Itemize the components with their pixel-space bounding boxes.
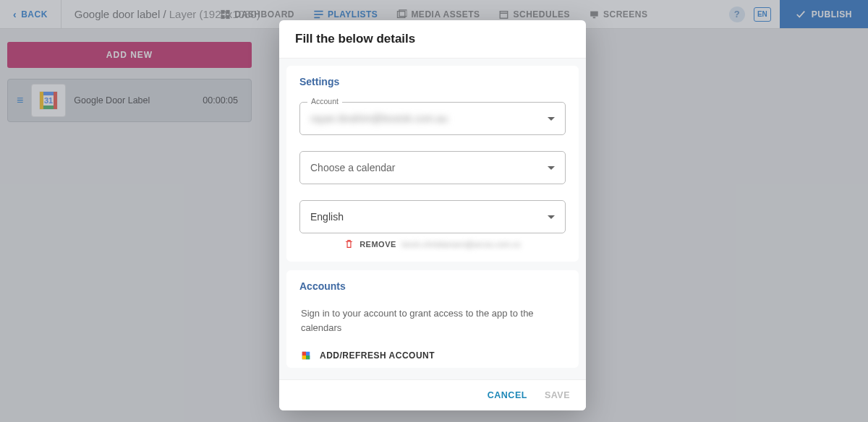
cancel-button[interactable]: CANCEL (488, 390, 527, 400)
language-select[interactable]: English (299, 200, 566, 233)
svg-rect-20 (302, 352, 306, 356)
account-field-label: Account (307, 97, 342, 106)
remove-label: REMOVE (359, 240, 396, 249)
add-refresh-label: ADD/REFRESH ACCOUNT (320, 350, 435, 361)
language-value: English (310, 211, 344, 223)
accounts-panel: Accounts Sign in to your account to gran… (286, 270, 579, 368)
settings-panel: Settings Account rayan.ibrahim@bostok.co… (286, 66, 579, 262)
save-button[interactable]: SAVE (545, 390, 570, 400)
modal-title: Fill the below details (279, 20, 586, 59)
details-modal: Fill the below details Settings Account … (279, 20, 586, 410)
chevron-down-icon (548, 117, 555, 121)
modal-body: Settings Account rayan.ibrahim@bostok.co… (279, 59, 586, 379)
chevron-down-icon (548, 215, 555, 219)
remove-account-button[interactable]: REMOVE kevin.christiansen@arcos.com.co (299, 239, 566, 249)
calendar-placeholder: Choose a calendar (310, 162, 396, 173)
chevron-down-icon (548, 166, 555, 170)
remove-email: kevin.christiansen@arcos.com.co (402, 240, 521, 249)
modal-footer: CANCEL SAVE (279, 379, 586, 410)
google-icon (301, 350, 311, 361)
settings-heading: Settings (299, 76, 566, 87)
accounts-heading: Accounts (299, 280, 566, 292)
account-value: rayan.ibrahim@bostok.com.au (310, 113, 448, 124)
calendar-select[interactable]: Choose a calendar (299, 151, 566, 184)
account-select[interactable]: Account rayan.ibrahim@bostok.com.au (299, 102, 566, 135)
accounts-description: Sign in to your account to grant access … (301, 306, 564, 335)
trash-icon (344, 239, 354, 249)
add-refresh-account-button[interactable]: ADD/REFRESH ACCOUNT (299, 350, 566, 361)
svg-rect-22 (302, 356, 306, 359)
svg-rect-21 (306, 356, 310, 359)
